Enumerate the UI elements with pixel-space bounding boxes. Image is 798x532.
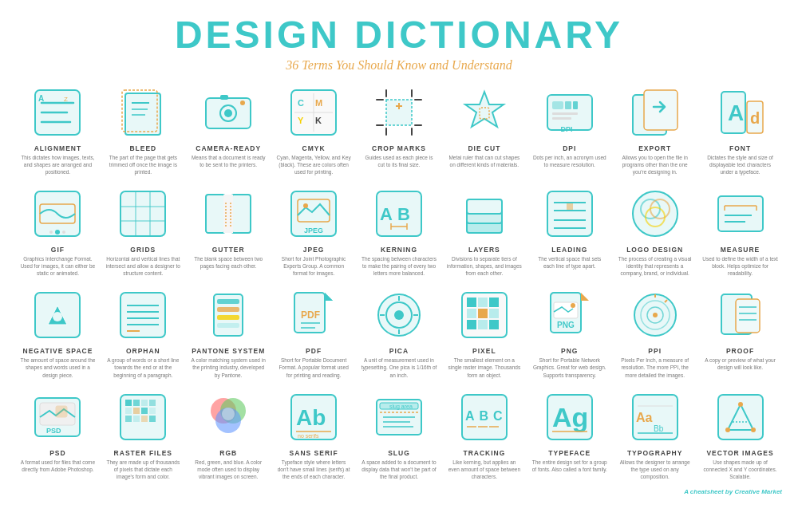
svg-text:B: B <box>397 204 410 224</box>
term-name: SLUG <box>388 449 410 457</box>
term-desc: Dots per inch, an acronym used to measur… <box>531 154 607 168</box>
term-item: LOGO DESIGNThe process of creating a vis… <box>613 182 697 280</box>
icon-slug: slug area <box>370 388 428 446</box>
term-item: MEASUREUsed to define the width of a tex… <box>698 182 782 280</box>
term-name: PANTONE SYSTEM <box>192 347 265 355</box>
term-name: ORPHAN <box>126 347 160 355</box>
footer: A cheatsheet by Creative Market <box>16 488 782 495</box>
svg-text:Aa: Aa <box>636 411 653 424</box>
term-name: LAYERS <box>468 246 500 254</box>
icon-bleed <box>114 84 172 141</box>
svg-text:Ag: Ag <box>552 402 588 432</box>
term-name: KERNING <box>381 246 417 254</box>
term-item: CROP MARKSGuides used as each piece is c… <box>358 81 441 179</box>
term-desc: Means that a document is ready to be sen… <box>191 154 267 168</box>
term-item: PPIPixels Per Inch, a measure of resolut… <box>613 283 697 381</box>
term-item: NEGATIVE SPACEThe amount of space around… <box>16 283 100 381</box>
term-item: CMYKCMYKCyan, Magenta, Yellow, and Key (… <box>272 81 356 179</box>
svg-rect-38 <box>552 112 578 115</box>
term-desc: Like kerning, but applies an even amount… <box>446 459 522 480</box>
term-name: PPI <box>648 347 662 355</box>
term-desc: They are made up of thousands of pixels … <box>105 459 181 480</box>
svg-text:A: A <box>380 204 393 224</box>
term-item: DIE CUTMetal ruler that can cut shapes o… <box>442 81 526 179</box>
svg-rect-36 <box>565 101 571 109</box>
term-desc: A color matching system used in the prin… <box>191 357 267 378</box>
svg-text:Y: Y <box>298 116 304 125</box>
term-desc: Graphics Interchange Format. Used for im… <box>20 255 96 277</box>
svg-rect-118 <box>478 320 488 329</box>
svg-rect-146 <box>125 416 132 422</box>
svg-rect-116 <box>489 309 499 318</box>
svg-text:A: A <box>728 100 744 125</box>
svg-text:Ab: Ab <box>296 405 326 430</box>
icon-negative-space <box>29 286 86 344</box>
term-item: PDFPDFShort for Portable Document Format… <box>272 283 356 381</box>
icon-die-cut <box>456 84 513 141</box>
term-name: PIXEL <box>472 347 496 355</box>
svg-point-122 <box>571 303 575 308</box>
term-name: PSD <box>49 449 65 457</box>
icon-jpeg: JPEG <box>285 185 342 242</box>
svg-rect-74 <box>547 191 592 236</box>
icon-gif <box>29 185 86 242</box>
icon-psd: PSD <box>29 388 86 446</box>
term-desc: The amount of space around the shapes an… <box>20 357 96 378</box>
svg-point-181 <box>751 428 756 432</box>
term-name: NEGATIVE SPACE <box>23 347 93 355</box>
svg-rect-119 <box>489 320 499 329</box>
term-item: PIXELThe smallest element on a single ra… <box>442 283 526 381</box>
term-name: ALIGNMENT <box>34 144 82 152</box>
term-name: EXPORT <box>638 144 671 152</box>
term-name: DPI <box>563 144 576 152</box>
term-name: TYPOGRAPHY <box>627 449 683 457</box>
icon-logo-design <box>626 185 684 242</box>
term-name: RGB <box>219 449 237 457</box>
term-name: MEASURE <box>721 246 760 254</box>
term-desc: Short for Joint Photographic Experts Gro… <box>276 255 352 277</box>
svg-rect-145 <box>149 408 156 414</box>
term-desc: The process of creating a visual identit… <box>617 255 693 277</box>
term-item: RGBRed, green, and blue. A color mode of… <box>187 385 271 483</box>
term-item: CAMERA-READYMeans that a document is rea… <box>187 81 271 179</box>
term-desc: Typeface style where letters don't have … <box>276 459 352 480</box>
svg-rect-117 <box>467 320 476 329</box>
term-desc: Dictates the style and size of displayab… <box>702 154 778 175</box>
term-desc: Allows the designer to arrange the type … <box>617 459 693 480</box>
term-name: VECTOR IMAGES <box>706 449 773 457</box>
svg-rect-6 <box>125 93 160 135</box>
term-desc: A space added to a document to display d… <box>361 459 437 480</box>
icon-grids <box>114 185 172 242</box>
term-desc: The spacing between characters to make t… <box>361 255 437 277</box>
svg-point-109 <box>394 310 404 320</box>
term-desc: Horizontal and vertical lines that inter… <box>105 255 181 277</box>
term-item: PICAA unit of measurement used in typese… <box>358 283 441 381</box>
term-name: DIE CUT <box>468 144 500 152</box>
term-name: GIF <box>51 246 65 254</box>
svg-rect-129 <box>736 299 760 333</box>
svg-point-80 <box>633 191 678 236</box>
term-name: LEADING <box>551 246 587 254</box>
icon-typeface: Ag <box>541 388 598 446</box>
term-name: RASTER FILES <box>114 449 172 457</box>
svg-text:A: A <box>38 94 44 103</box>
term-item: AdFONTDictates the style and size of dis… <box>698 81 782 179</box>
icon-leading <box>541 185 598 242</box>
term-item: GUTTERThe blank space between two pages … <box>187 182 271 280</box>
term-desc: The part of the page that gets trimmed o… <box>105 154 181 175</box>
icon-typography: AaBb <box>626 388 684 446</box>
svg-rect-144 <box>141 408 148 414</box>
term-desc: The blank space between two pages facing… <box>191 255 267 270</box>
svg-text:PDF: PDF <box>301 309 320 321</box>
term-item: PROOFA copy or preview of what your desi… <box>698 283 782 381</box>
svg-rect-100 <box>217 307 239 312</box>
icon-png: PNG <box>541 286 598 344</box>
page-title: DESIGN DICTIONARY <box>16 14 782 57</box>
terms-grid: AZALIGNMENTThis dictates how images, tex… <box>16 81 782 483</box>
term-item: LEADINGThe vertical space that sets each… <box>527 182 611 280</box>
icon-pdf: PDF <box>285 286 342 344</box>
term-desc: The entire design set for a group of fon… <box>531 459 607 473</box>
icon-proof <box>712 286 769 344</box>
svg-rect-142 <box>125 408 132 414</box>
footer-prefix: A cheatsheet by <box>684 488 734 495</box>
